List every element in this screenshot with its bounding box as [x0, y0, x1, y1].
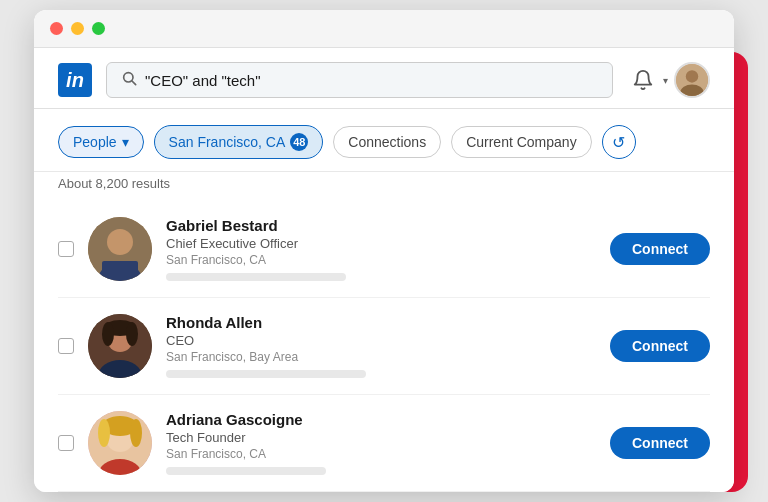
person-info: Rhonda Allen CEO San Francisco, Bay Area: [166, 314, 596, 378]
search-icon: [121, 70, 137, 90]
svg-point-14: [102, 322, 114, 346]
placeholder-line: [166, 467, 326, 475]
placeholder-line: [166, 273, 346, 281]
people-filter-button[interactable]: People ▾: [58, 126, 144, 158]
svg-rect-8: [102, 261, 138, 275]
browser-window: in "CEO" and "tech" ▾: [34, 10, 734, 492]
person-checkbox-0[interactable]: [58, 241, 74, 257]
person-location: San Francisco, CA: [166, 253, 596, 267]
connect-button-0[interactable]: Connect: [610, 233, 710, 265]
table-row: Gabriel Bestard Chief Executive Officer …: [58, 201, 710, 298]
linkedin-logo: in: [58, 63, 92, 97]
svg-line-1: [132, 81, 136, 85]
table-row: Adriana Gascoigne Tech Founder San Franc…: [58, 395, 710, 492]
search-bar[interactable]: "CEO" and "tech": [106, 62, 613, 98]
placeholder-lines: [166, 467, 596, 475]
svg-point-3: [686, 70, 698, 82]
connections-filter-button[interactable]: Connections: [333, 126, 441, 158]
traffic-light-green[interactable]: [92, 22, 105, 35]
location-filter-label: San Francisco, CA: [169, 134, 286, 150]
svg-point-6: [107, 229, 133, 255]
table-row: Rhonda Allen CEO San Francisco, Bay Area…: [58, 298, 710, 395]
top-bar: in "CEO" and "tech" ▾: [34, 48, 734, 109]
person-checkbox-2[interactable]: [58, 435, 74, 451]
content-area: in "CEO" and "tech" ▾: [34, 48, 734, 492]
avatar: [88, 314, 152, 378]
svg-point-13: [126, 322, 138, 346]
reset-filters-button[interactable]: ↺: [602, 125, 636, 159]
people-chevron-icon: ▾: [122, 134, 129, 150]
search-query-text: "CEO" and "tech": [145, 72, 261, 89]
person-title: Chief Executive Officer: [166, 236, 596, 251]
person-info: Adriana Gascoigne Tech Founder San Franc…: [166, 411, 596, 475]
person-location: San Francisco, Bay Area: [166, 350, 596, 364]
placeholder-lines: [166, 370, 596, 378]
person-info: Gabriel Bestard Chief Executive Officer …: [166, 217, 596, 281]
location-filter-button[interactable]: San Francisco, CA 48: [154, 125, 324, 159]
filters-bar: People ▾ San Francisco, CA 48 Connection…: [34, 109, 734, 172]
traffic-light-red[interactable]: [50, 22, 63, 35]
person-name: Rhonda Allen: [166, 314, 596, 331]
avatar: [88, 411, 152, 475]
notifications-button[interactable]: [627, 64, 659, 96]
person-name: Adriana Gascoigne: [166, 411, 596, 428]
current-company-filter-button[interactable]: Current Company: [451, 126, 592, 158]
connect-button-2[interactable]: Connect: [610, 427, 710, 459]
title-bar: [34, 10, 734, 48]
connect-button-1[interactable]: Connect: [610, 330, 710, 362]
person-name: Gabriel Bestard: [166, 217, 596, 234]
placeholder-lines: [166, 273, 596, 281]
traffic-light-yellow[interactable]: [71, 22, 84, 35]
reset-icon: ↺: [612, 133, 625, 152]
placeholder-line: [166, 370, 366, 378]
person-title: CEO: [166, 333, 596, 348]
notifications-chevron-icon: ▾: [663, 75, 668, 86]
results-count: About 8,200 results: [34, 172, 734, 201]
person-checkbox-1[interactable]: [58, 338, 74, 354]
svg-point-20: [130, 419, 142, 447]
person-title: Tech Founder: [166, 430, 596, 445]
svg-point-19: [98, 419, 110, 447]
nav-right: ▾: [627, 62, 710, 98]
person-location: San Francisco, CA: [166, 447, 596, 461]
avatar: [88, 217, 152, 281]
people-list: Gabriel Bestard Chief Executive Officer …: [34, 201, 734, 492]
user-avatar[interactable]: [674, 62, 710, 98]
location-filter-count: 48: [290, 133, 308, 151]
